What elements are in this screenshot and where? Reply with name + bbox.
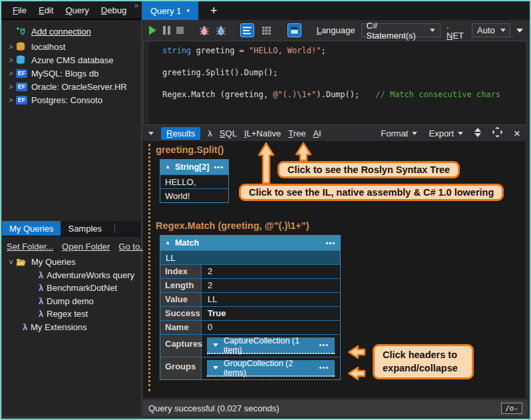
tree-item-dump-demo[interactable]: λ Dump demo bbox=[2, 295, 141, 308]
dock-results-panel-button[interactable] bbox=[287, 23, 301, 37]
match-table: ▲ Match ••• LL Index2 Length2 ValueLL Su… bbox=[160, 235, 341, 380]
annotation-arrow-up-il bbox=[258, 142, 275, 184]
text-size-icon[interactable] bbox=[474, 128, 481, 139]
match-table-header[interactable]: ▲ Match ••• bbox=[160, 236, 340, 250]
capture-collection-header[interactable]: CaptureCollection (1 item) ••• bbox=[207, 337, 335, 354]
expand-chevron-icon[interactable]: > bbox=[6, 69, 16, 77]
split-result-title: greeting.Split() bbox=[156, 144, 224, 155]
tab-sql[interactable]: SQL bbox=[220, 128, 237, 138]
table-row: Index2 bbox=[160, 264, 340, 278]
menu-edit[interactable]: Edit bbox=[33, 5, 59, 15]
tree-my-extensions[interactable]: λ My Extensions bbox=[2, 321, 141, 334]
string-array-table: ▲ String[2] ••• HELLO, World! bbox=[160, 159, 229, 203]
results-dotted-divider bbox=[148, 144, 150, 391]
ellipsis-menu-icon[interactable]: ••• bbox=[319, 364, 329, 371]
data-grids-results-button[interactable] bbox=[260, 23, 274, 37]
collapse-panel-icon[interactable] bbox=[148, 132, 154, 135]
tree-item-regex-test[interactable]: λ Regex test bbox=[2, 308, 141, 321]
export-menu[interactable]: Export bbox=[429, 128, 463, 138]
tree-item-benchmarkdotnet[interactable]: λ BenchmarkDotNet bbox=[2, 282, 141, 295]
table-row: Name0 bbox=[160, 320, 340, 334]
tree-item-adventureworks[interactable]: λ AdventureWorks query bbox=[2, 269, 141, 282]
menu-query[interactable]: Query bbox=[59, 5, 94, 15]
code-line: Regex.Match (greeting, @"(.)\1+").Dump()… bbox=[162, 89, 525, 101]
groups-row: Groups GroupCollection (2 items) ••• bbox=[160, 357, 340, 379]
status-bar: Query successful (0.027 seconds) /o- bbox=[143, 399, 528, 416]
maximize-panel-icon[interactable] bbox=[492, 127, 502, 139]
annotation-arrow-left-groups bbox=[347, 366, 366, 381]
tab-il-native[interactable]: IL+Native bbox=[244, 128, 281, 138]
tab-tree[interactable]: Tree bbox=[288, 128, 305, 138]
lambda-icon: λ bbox=[19, 322, 31, 332]
match-value-row: LL bbox=[160, 250, 340, 264]
main-area: 1 Language C# Statement(s) .NET Auto bbox=[142, 20, 530, 419]
close-results-icon[interactable]: × bbox=[514, 128, 520, 139]
connection-azure[interactable]: > Azure CMS database bbox=[2, 53, 141, 67]
stop-button[interactable] bbox=[176, 27, 184, 34]
expand-chevron-icon[interactable]: > bbox=[6, 83, 16, 91]
table-row: ValueLL bbox=[160, 292, 340, 306]
connection-oracle[interactable]: > EF Oracle: OracleServer.HR bbox=[2, 80, 141, 93]
debug-bug-icon[interactable] bbox=[199, 25, 210, 36]
sidebar: Add connection > localhost > Azure CMS d… bbox=[1, 20, 142, 417]
tab-samples[interactable]: Samples bbox=[61, 221, 109, 236]
results-panel-header: Results λ SQL IL+Native Tree AI Format E… bbox=[143, 125, 526, 141]
run-button[interactable] bbox=[148, 25, 157, 35]
status-message: Query successful (0.027 seconds) bbox=[148, 403, 279, 413]
menu-overflow-icon[interactable]: » bbox=[134, 1, 138, 9]
chevron-down-icon bbox=[500, 29, 506, 32]
tab-query-1[interactable]: Query 1 ● bbox=[142, 1, 198, 20]
code-line bbox=[162, 57, 525, 68]
database-yellow-icon bbox=[16, 42, 31, 51]
code-editor[interactable]: string greeting = "HELLO, World!"; greet… bbox=[143, 41, 527, 125]
group-collection-header[interactable]: GroupCollection (2 items) ••• bbox=[207, 360, 335, 377]
ellipsis-menu-icon[interactable]: ••• bbox=[325, 240, 335, 247]
ellipsis-menu-icon[interactable]: ••• bbox=[214, 164, 224, 171]
new-tab-button[interactable]: + bbox=[198, 1, 230, 20]
code-line bbox=[162, 79, 525, 90]
expand-chevron-icon[interactable]: > bbox=[6, 56, 16, 64]
set-folder-link[interactable]: Set Folder... bbox=[7, 242, 53, 252]
collapse-chevron-icon[interactable]: ∨ bbox=[6, 258, 16, 266]
query-tab-strip: Query 1 ● + bbox=[142, 1, 530, 20]
chevron-down-icon bbox=[458, 132, 463, 135]
code-text: string greeting = "HELLO, World!"; greet… bbox=[162, 45, 525, 101]
toolbar-overflow-icon[interactable] bbox=[516, 29, 523, 33]
menu-debug[interactable]: Debug bbox=[95, 5, 132, 15]
results-panel: greeting.Split() ▲ String[2] ••• HELLO, … bbox=[143, 141, 526, 398]
queries-tab-bar: My Queries Samples bbox=[2, 221, 141, 236]
collapse-triangle-icon: ▲ bbox=[165, 164, 170, 170]
tab-lambda[interactable]: λ bbox=[208, 128, 212, 138]
tab-my-queries[interactable]: My Queries bbox=[2, 221, 61, 236]
rich-text-results-button[interactable] bbox=[240, 23, 254, 37]
top-bar: File Edit Query Debug » Query 1 ● + bbox=[1, 1, 530, 20]
linqpad-window: File Edit Query Debug » Query 1 ● + bbox=[0, 0, 531, 420]
string-array-header[interactable]: ▲ String[2] ••• bbox=[160, 160, 228, 174]
tab-ai[interactable]: AI bbox=[313, 128, 321, 138]
lambda-icon: λ bbox=[35, 283, 47, 293]
debug-break-bug-icon[interactable]: 1 bbox=[216, 25, 226, 36]
format-menu[interactable]: Format bbox=[381, 128, 417, 138]
chevron-down-icon bbox=[412, 132, 417, 135]
ef-icon: EF bbox=[16, 83, 27, 91]
ellipsis-menu-icon[interactable]: ••• bbox=[319, 341, 329, 349]
folder-open-icon bbox=[16, 258, 31, 266]
modified-dot-icon: ● bbox=[186, 8, 190, 13]
add-connection[interactable]: Add connection bbox=[2, 25, 141, 38]
pause-button[interactable] bbox=[163, 26, 170, 35]
svg-text:1: 1 bbox=[220, 29, 222, 35]
open-folder-link[interactable]: Open Folder bbox=[62, 242, 110, 252]
tree-my-queries-root[interactable]: ∨ My Queries bbox=[2, 256, 141, 269]
results-header-right: Format Export × bbox=[381, 127, 520, 139]
expand-chevron-icon[interactable]: > bbox=[6, 96, 16, 104]
tab-results[interactable]: Results bbox=[161, 127, 200, 140]
dotnet-version-select[interactable]: Auto bbox=[472, 23, 510, 37]
connection-mysql[interactable]: > EF MySQL: Blogs db bbox=[2, 67, 141, 80]
tab-separator bbox=[114, 224, 115, 233]
connection-postgres[interactable]: > EF Postgres: Consoto bbox=[2, 93, 141, 106]
menu-file[interactable]: File bbox=[7, 5, 33, 15]
connection-localhost[interactable]: > localhost bbox=[2, 40, 141, 53]
expand-chevron-icon[interactable]: > bbox=[6, 43, 16, 51]
language-select[interactable]: C# Statement(s) bbox=[361, 23, 441, 37]
optimization-toggle-button[interactable]: /o- bbox=[501, 403, 522, 414]
